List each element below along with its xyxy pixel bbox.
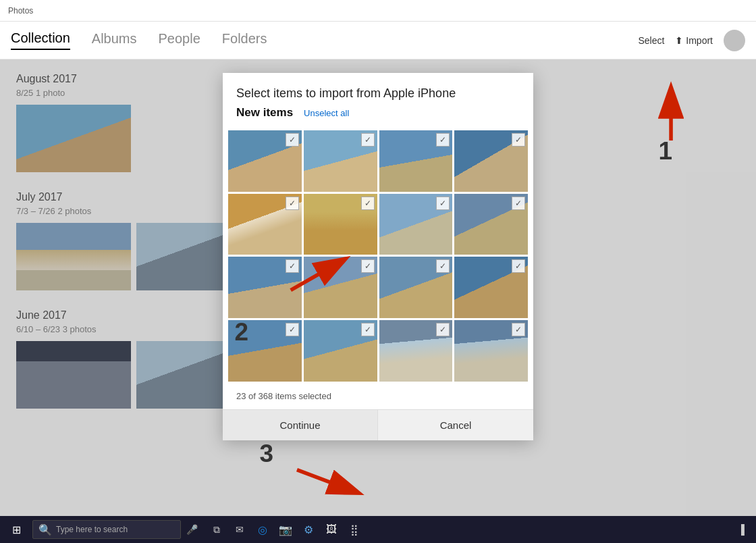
grid-item[interactable]: ✓	[228, 194, 302, 255]
dialog-status: 23 of 368 items selected	[223, 387, 533, 409]
edge-icon[interactable]: ◎	[254, 521, 271, 538]
dialog-subtitle: New items	[236, 106, 293, 120]
show-desktop-icon[interactable]: ▐	[732, 520, 751, 539]
taskbar-search-text: Type here to search	[56, 525, 128, 534]
grid-item[interactable]: ✓	[454, 130, 528, 192]
grid-item[interactable]: ✓	[379, 130, 453, 192]
grid-item[interactable]: ✓	[228, 257, 302, 318]
check-overlay: ✓	[361, 197, 375, 210]
photo-app-icon[interactable]: 📷	[277, 521, 294, 538]
grid-item[interactable]: ✓	[228, 320, 302, 382]
grid-item[interactable]: ✓	[304, 194, 377, 255]
avatar[interactable]	[724, 30, 745, 51]
app-header: Photos	[0, 0, 756, 22]
app-title: Photos	[8, 6, 33, 16]
check-overlay: ✓	[512, 259, 525, 273]
nav-item-collection[interactable]: Collection	[11, 30, 70, 50]
grid-item[interactable]: ✓	[304, 130, 377, 192]
nav-item-folders[interactable]: Folders	[222, 31, 267, 49]
select-button[interactable]: Select	[638, 35, 664, 46]
taskbar: ⊞ 🔍 Type here to search 🎤 ⧉ ✉ ◎ 📷 ⚙ 🖼 ⣿ …	[0, 516, 756, 543]
mail-icon[interactable]: ✉	[232, 521, 248, 538]
settings-icon[interactable]: ⚙	[300, 521, 317, 538]
nav-item-albums[interactable]: Albums	[92, 31, 137, 49]
photo-grid: ✓ ✓ ✓ ✓ ✓ ✓ ✓	[223, 125, 533, 387]
grid-item[interactable]: ✓	[454, 194, 528, 255]
grid-item[interactable]: ✓	[379, 194, 453, 255]
check-overlay: ✓	[286, 323, 299, 336]
unselect-all-link[interactable]: Unselect all	[304, 108, 349, 118]
nav-item-people[interactable]: People	[159, 31, 200, 49]
check-overlay: ✓	[436, 323, 450, 336]
microphone-icon[interactable]: 🎤	[186, 524, 198, 535]
grid-item[interactable]: ✓	[454, 320, 528, 382]
dialog-overlay: Select items to import from Apple iPhone…	[0, 59, 756, 516]
search-icon: 🔍	[38, 523, 52, 536]
continue-button[interactable]: Continue	[223, 410, 378, 440]
taskbar-right: ▐	[732, 520, 751, 539]
check-overlay: ✓	[361, 323, 375, 336]
start-button[interactable]: ⊞	[5, 519, 27, 540]
dialog-title: Select items to import from Apple iPhone	[236, 86, 520, 101]
cancel-button[interactable]: Cancel	[378, 410, 533, 440]
check-overlay: ✓	[286, 259, 299, 273]
check-overlay: ✓	[436, 133, 450, 147]
check-overlay: ✓	[361, 259, 375, 273]
check-overlay: ✓	[512, 133, 525, 147]
dialog-header: Select items to import from Apple iPhone…	[223, 73, 533, 125]
dialog-footer: Continue Cancel	[223, 409, 533, 440]
taskbar-icons: ⧉ ✉ ◎ 📷 ⚙ 🖼 ⣿	[209, 521, 362, 538]
check-overlay: ✓	[512, 197, 525, 210]
grid-item[interactable]: ✓	[304, 320, 377, 382]
apps-icon[interactable]: ⣿	[346, 521, 362, 538]
taskbar-search-box[interactable]: 🔍 Type here to search	[32, 520, 181, 539]
check-overlay: ✓	[361, 133, 375, 147]
grid-item[interactable]: ✓	[379, 320, 453, 382]
import-icon: ⬆	[675, 35, 683, 46]
grid-item[interactable]: ✓	[304, 257, 377, 318]
grid-item[interactable]: ✓	[228, 130, 302, 192]
grid-item[interactable]: ✓	[454, 257, 528, 318]
check-overlay: ✓	[512, 323, 525, 336]
main-content: August 2017 8/25 1 photo July 2017 7/3 –…	[0, 59, 756, 516]
check-overlay: ✓	[286, 133, 299, 147]
nav-right: Select ⬆ Import	[638, 30, 745, 51]
import-button[interactable]: ⬆ Import	[675, 35, 713, 46]
photos-icon[interactable]: 🖼	[323, 521, 340, 538]
import-dialog: Select items to import from Apple iPhone…	[223, 73, 533, 440]
check-overlay: ✓	[436, 259, 450, 273]
check-overlay: ✓	[436, 197, 450, 210]
check-overlay: ✓	[286, 197, 299, 210]
grid-item[interactable]: ✓	[379, 257, 453, 318]
task-view-icon[interactable]: ⧉	[209, 521, 225, 538]
dialog-subtitle-row: New items Unselect all	[236, 106, 520, 120]
nav-bar: Collection Albums People Folders Select …	[0, 22, 756, 59]
